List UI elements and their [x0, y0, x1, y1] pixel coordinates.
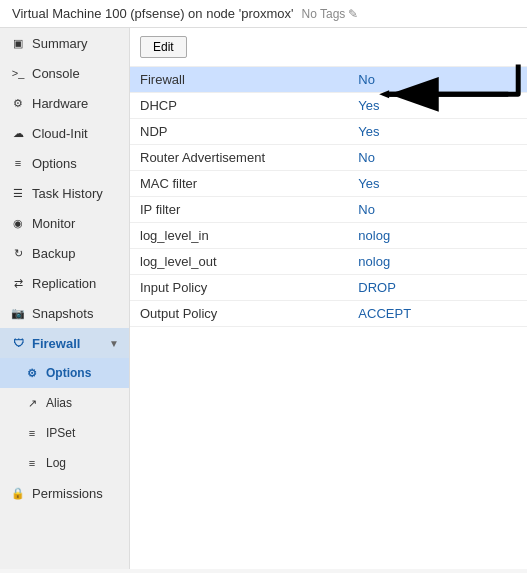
summary-icon: ▣: [10, 35, 26, 51]
sidebar-label-task-history: Task History: [32, 186, 103, 201]
replication-icon: ⇄: [10, 275, 26, 291]
task-history-icon: ☰: [10, 185, 26, 201]
sidebar-item-firewall-options[interactable]: ⚙Options: [0, 358, 129, 388]
sidebar-label-permissions: Permissions: [32, 486, 103, 501]
table-row[interactable]: Input PolicyDROP: [130, 275, 527, 301]
table-row[interactable]: log_level_innolog: [130, 223, 527, 249]
sidebar-item-backup[interactable]: ↻Backup: [0, 238, 129, 268]
option-value: No: [348, 197, 527, 223]
option-value: Yes: [348, 171, 527, 197]
firewall-log-icon: ≡: [24, 455, 40, 471]
sidebar-item-firewall-alias[interactable]: ↗Alias: [0, 388, 129, 418]
sidebar-item-firewall-log[interactable]: ≡Log: [0, 448, 129, 478]
table-row[interactable]: IP filterNo: [130, 197, 527, 223]
monitor-icon: ◉: [10, 215, 26, 231]
option-key: IP filter: [130, 197, 348, 223]
option-key: NDP: [130, 119, 348, 145]
option-value: No: [348, 67, 527, 93]
option-value: ACCEPT: [348, 301, 527, 327]
sidebar-item-cloud-init[interactable]: ☁Cloud-Init: [0, 118, 129, 148]
toolbar: Edit: [130, 28, 527, 67]
sidebar-item-snapshots[interactable]: 📷Snapshots: [0, 298, 129, 328]
sidebar-item-hardware[interactable]: ⚙Hardware: [0, 88, 129, 118]
options-icon: ≡: [10, 155, 26, 171]
sidebar-label-monitor: Monitor: [32, 216, 75, 231]
option-key: DHCP: [130, 93, 348, 119]
table-row[interactable]: DHCPYes: [130, 93, 527, 119]
edit-tags-icon[interactable]: ✎: [348, 7, 358, 21]
option-value: nolog: [348, 223, 527, 249]
table-row[interactable]: MAC filterYes: [130, 171, 527, 197]
options-table: FirewallNoDHCPYesNDPYesRouter Advertisem…: [130, 67, 527, 327]
option-key: MAC filter: [130, 171, 348, 197]
sidebar-label-cloud-init: Cloud-Init: [32, 126, 88, 141]
sidebar-item-firewall[interactable]: 🛡Firewall▼: [0, 328, 129, 358]
sidebar-label-snapshots: Snapshots: [32, 306, 93, 321]
option-key: log_level_out: [130, 249, 348, 275]
firewall-ipset-icon: ≡: [24, 425, 40, 441]
sidebar-item-monitor[interactable]: ◉Monitor: [0, 208, 129, 238]
sidebar-item-options[interactable]: ≡Options: [0, 148, 129, 178]
hardware-icon: ⚙: [10, 95, 26, 111]
option-value: Yes: [348, 119, 527, 145]
option-key: log_level_in: [130, 223, 348, 249]
table-row[interactable]: Router AdvertisementNo: [130, 145, 527, 171]
sidebar: ▣Summary>_Console⚙Hardware☁Cloud-Init≡Op…: [0, 28, 130, 569]
snapshots-icon: 📷: [10, 305, 26, 321]
firewall-alias-icon: ↗: [24, 395, 40, 411]
page-title: Virtual Machine 100 (pfsense) on node 'p…: [12, 6, 294, 21]
title-bar: Virtual Machine 100 (pfsense) on node 'p…: [0, 0, 527, 28]
table-row[interactable]: NDPYes: [130, 119, 527, 145]
edit-button[interactable]: Edit: [140, 36, 187, 58]
sidebar-label-summary: Summary: [32, 36, 88, 51]
table-row[interactable]: FirewallNo: [130, 67, 527, 93]
firewall-options-icon: ⚙: [24, 365, 40, 381]
option-key: Firewall: [130, 67, 348, 93]
sidebar-label-firewall-ipset: IPSet: [46, 426, 75, 440]
sidebar-label-options: Options: [32, 156, 77, 171]
sidebar-item-summary[interactable]: ▣Summary: [0, 28, 129, 58]
option-value: nolog: [348, 249, 527, 275]
sidebar-item-permissions[interactable]: 🔒Permissions: [0, 478, 129, 508]
option-value: DROP: [348, 275, 527, 301]
backup-icon: ↻: [10, 245, 26, 261]
sidebar-item-task-history[interactable]: ☰Task History: [0, 178, 129, 208]
option-key: Output Policy: [130, 301, 348, 327]
option-key: Input Policy: [130, 275, 348, 301]
option-value: Yes: [348, 93, 527, 119]
sidebar-label-firewall-options: Options: [46, 366, 91, 380]
sidebar-label-console: Console: [32, 66, 80, 81]
chevron-icon: ▼: [109, 338, 119, 349]
sidebar-label-firewall: Firewall: [32, 336, 80, 351]
sidebar-item-replication[interactable]: ⇄Replication: [0, 268, 129, 298]
tags-label: No Tags ✎: [302, 7, 359, 21]
sidebar-label-backup: Backup: [32, 246, 75, 261]
cloud-init-icon: ☁: [10, 125, 26, 141]
permissions-icon: 🔒: [10, 485, 26, 501]
option-value: No: [348, 145, 527, 171]
table-row[interactable]: log_level_outnolog: [130, 249, 527, 275]
sidebar-label-firewall-alias: Alias: [46, 396, 72, 410]
sidebar-label-replication: Replication: [32, 276, 96, 291]
sidebar-item-firewall-ipset[interactable]: ≡IPSet: [0, 418, 129, 448]
firewall-icon: 🛡: [10, 335, 26, 351]
console-icon: >_: [10, 65, 26, 81]
option-key: Router Advertisement: [130, 145, 348, 171]
sidebar-item-console[interactable]: >_Console: [0, 58, 129, 88]
main-content: Edit FirewallNoDHCPYesNDPYesRouter Adver…: [130, 28, 527, 569]
sidebar-label-hardware: Hardware: [32, 96, 88, 111]
sidebar-label-firewall-log: Log: [46, 456, 66, 470]
table-row[interactable]: Output PolicyACCEPT: [130, 301, 527, 327]
